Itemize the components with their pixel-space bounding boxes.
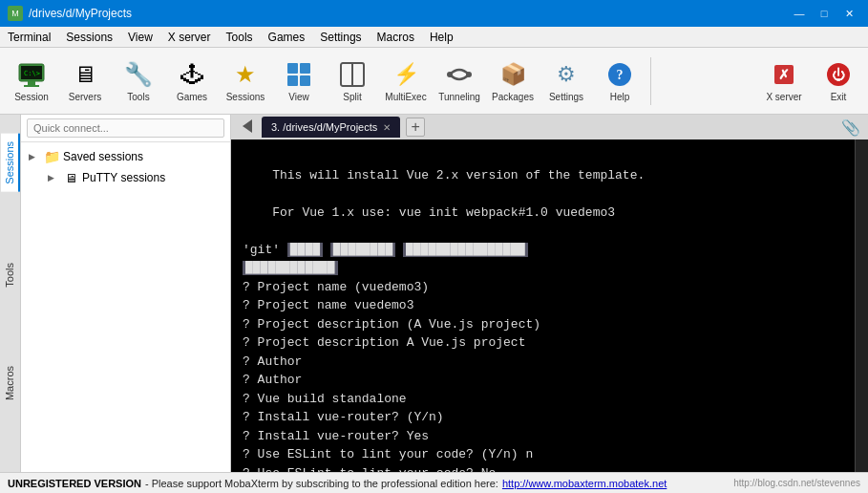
terminal-line: ? Install vue-router? (Y/n) — [243, 408, 843, 427]
menu-sessions[interactable]: Sessions — [58, 27, 120, 47]
exit-label: Exit — [831, 92, 847, 102]
tab-sessions-sidebar[interactable]: Sessions — [1, 134, 20, 192]
split-label: Split — [343, 92, 361, 102]
sessions-icon: ★ — [230, 59, 261, 90]
terminal-line: ? Use ESLint to lint your code? (Y/n) n — [243, 445, 843, 464]
menu-terminal[interactable]: Terminal — [0, 27, 58, 47]
help-label: Help — [610, 92, 630, 102]
packages-label: Packages — [492, 92, 534, 102]
svg-text:C:\>: C:\> — [24, 70, 40, 77]
svg-rect-7 — [287, 75, 298, 86]
menu-games[interactable]: Games — [261, 27, 313, 47]
toolbar-split-btn[interactable]: Split — [327, 53, 378, 110]
folder-icon-saved: 📁 — [44, 149, 59, 164]
help-icon: ? — [604, 59, 635, 90]
tools-label: Tools — [127, 92, 149, 102]
titlebar-title: /drives/d/MyProjects — [29, 7, 132, 20]
titlebar-controls: — □ ✕ — [788, 4, 860, 23]
tab-label: 3. /drives/d/MyProjects — [271, 121, 377, 133]
tunneling-label: Tunneling — [438, 92, 480, 102]
servers-icon: 🖥 — [70, 59, 100, 90]
tab-scroll-icon: 📎 — [837, 118, 864, 137]
packages-icon: 📦 — [498, 59, 528, 90]
toolbar-separator — [650, 57, 651, 105]
terminal-line: ? Vue build standalone — [243, 390, 843, 409]
tunneling-icon — [444, 59, 475, 90]
left-tabs: Sessions Tools Macros — [0, 115, 21, 472]
toolbar-session-btn[interactable]: C:\> Session — [6, 53, 57, 110]
close-button[interactable]: ✕ — [837, 4, 860, 23]
terminal-line: ? Project name (vuedemo3) — [243, 278, 843, 297]
tab-bar: 3. /drives/d/MyProjects ✕ + 📎 — [231, 115, 868, 139]
quick-connect-input[interactable] — [27, 118, 224, 138]
toolbar-exit-btn[interactable]: ⏻ Exit — [815, 53, 862, 110]
terminal-content[interactable]: This will install Vue 2.x version of the… — [231, 139, 855, 472]
toolbar-help-btn[interactable]: ? Help — [594, 53, 646, 110]
tree-item-putty-sessions[interactable]: ▶ 🖥 PuTTY sessions — [21, 167, 230, 188]
svg-point-11 — [447, 72, 453, 77]
games-label: Games — [177, 92, 207, 102]
titlebar: M /drives/d/MyProjects — □ ✕ — [0, 0, 868, 27]
menu-macros[interactable]: Macros — [370, 27, 422, 47]
settings-label: Settings — [549, 92, 583, 102]
terminal-scrollbar[interactable] — [855, 139, 868, 472]
terminal-line — [243, 184, 843, 204]
menubar: Terminal Sessions View X server Tools Ga… — [0, 27, 868, 48]
xserver-icon: ✗ — [769, 59, 799, 90]
terminal-line — [243, 147, 843, 166]
toolbar-sessions-btn[interactable]: ★ Sessions — [220, 53, 271, 110]
terminal-tab[interactable]: 3. /drives/d/MyProjects ✕ — [262, 117, 400, 138]
tab-close-btn[interactable]: ✕ — [383, 122, 391, 133]
toolbar-tunneling-btn[interactable]: Tunneling — [434, 53, 485, 110]
svg-rect-1 — [28, 81, 35, 85]
tab-tools-sidebar[interactable]: Tools — [1, 255, 20, 295]
menu-help[interactable]: Help — [422, 27, 461, 47]
terminal-line: ? Project description A Vue.js project — [243, 333, 843, 353]
toolbar-servers-btn[interactable]: 🖥 Servers — [59, 53, 111, 110]
toolbar-xserver-btn[interactable]: ✗ X server — [755, 53, 813, 110]
tab-back-btn[interactable] — [235, 118, 260, 138]
tab-macros-sidebar[interactable]: Macros — [1, 358, 20, 408]
menu-xserver[interactable]: X server — [160, 27, 219, 47]
toolbar-multiexec-btn[interactable]: ⚡ MultiExec — [380, 53, 432, 110]
view-label: View — [288, 92, 309, 102]
view-icon — [284, 59, 314, 90]
tree-arrow-saved: ▶ — [29, 152, 40, 161]
terminal-line: For Vue 1.x use: vue init webpack#1.0 vu… — [243, 204, 843, 223]
svg-rect-8 — [300, 75, 310, 86]
toolbar-packages-btn[interactable]: 📦 Packages — [487, 53, 539, 110]
putty-sessions-label: PuTTY sessions — [82, 171, 165, 184]
svg-rect-6 — [300, 63, 310, 74]
maximize-button[interactable]: □ — [813, 4, 836, 23]
terminal-line: ? Project description (A Vue.js project) — [243, 315, 843, 334]
svg-point-12 — [466, 72, 472, 77]
multiexec-icon: ⚡ — [391, 59, 421, 90]
session-label: Session — [14, 92, 49, 102]
menu-view[interactable]: View — [120, 27, 160, 47]
terminal-line: ? Install vue-router? Yes — [243, 427, 843, 446]
app-icon: M — [8, 6, 23, 21]
svg-rect-2 — [24, 85, 39, 87]
menu-tools[interactable]: Tools — [219, 27, 261, 47]
toolbar-view-btn[interactable]: View — [273, 53, 325, 110]
tree-item-saved-sessions[interactable]: ▶ 📁 Saved sessions — [21, 146, 230, 167]
servers-label: Servers — [69, 92, 101, 102]
toolbar-tools-btn[interactable]: 🔧 Tools — [113, 53, 164, 110]
svg-text:?: ? — [617, 68, 624, 82]
menu-settings[interactable]: Settings — [312, 27, 369, 47]
saved-sessions-label: Saved sessions — [63, 150, 143, 163]
putty-icon: 🖥 — [63, 170, 78, 185]
terminal-line: ? Author — [243, 371, 843, 390]
tab-add-btn[interactable]: + — [406, 118, 425, 137]
terminal-line: ? Project name vuedemo3 — [243, 296, 843, 315]
session-tree: ▶ 📁 Saved sessions ▶ 🖥 PuTTY sessions — [21, 142, 230, 472]
terminal-line: ████████████ — [243, 259, 843, 278]
toolbar-games-btn[interactable]: 🕹 Games — [166, 53, 218, 110]
toolbar-settings-btn[interactable]: ⚙ Settings — [540, 53, 592, 110]
svg-marker-19 — [243, 119, 252, 133]
terminal-area: 3. /drives/d/MyProjects ✕ + 📎 This will … — [231, 115, 868, 472]
statusbar: UNREGISTERED VERSION - Please support Mo… — [0, 472, 868, 493]
status-link[interactable]: http://www.mobaxterm.mobatek.net — [502, 478, 667, 489]
minimize-button[interactable]: — — [788, 4, 811, 23]
sessions-label: Sessions — [226, 92, 265, 102]
